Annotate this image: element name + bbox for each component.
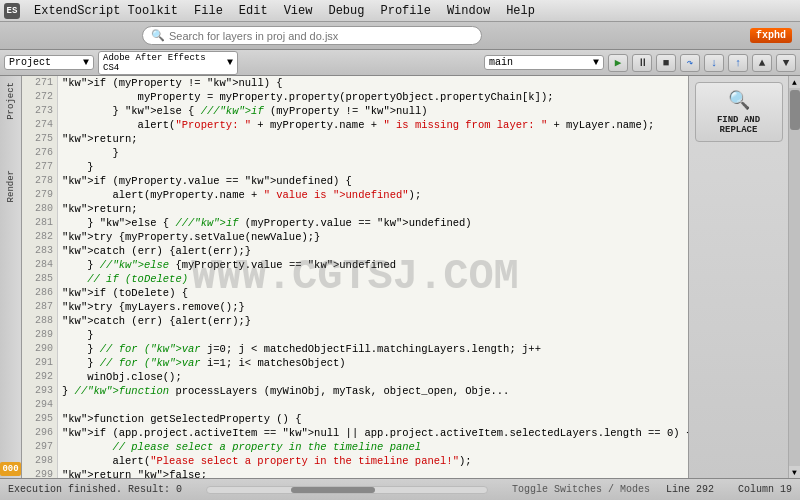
code-line-296: "kw">if (app.project.activeItem == "kw">… (62, 426, 684, 440)
menu-file[interactable]: File (186, 2, 231, 20)
find-replace-button[interactable]: 🔍 FIND AND REPLACE (695, 82, 783, 142)
search-input[interactable] (169, 30, 449, 42)
code-line-279: alert(myProperty.name + " value is ">und… (62, 188, 684, 202)
scroll-up-arrow[interactable]: ▲ (789, 76, 801, 88)
main-dropdown[interactable]: main ▼ (484, 55, 604, 70)
code-line-278: "kw">if (myProperty.value == "kw">undefi… (62, 174, 684, 188)
menu-debug[interactable]: Debug (320, 2, 372, 20)
code-line-275: "kw">return; (62, 132, 684, 146)
line-info: Line 292 (666, 484, 714, 495)
search-wrapper: 🔍 (142, 26, 482, 45)
code-line-283: "kw">catch (err) {alert(err);} (62, 244, 684, 258)
right-sidebar: 🔍 FIND AND REPLACE (688, 76, 788, 478)
code-line-294 (62, 398, 684, 412)
menu-view[interactable]: View (276, 2, 321, 20)
toggle-switches[interactable]: Toggle Switches / Modes (512, 484, 650, 495)
code-line-290: } // for ("kw">var j=0; j < matchedObjec… (62, 342, 684, 356)
code-line-299: "kw">return "kw">false; (62, 468, 684, 478)
search-bar: 🔍 fxphd (0, 22, 800, 50)
down-button[interactable]: ▼ (776, 54, 796, 72)
up-button[interactable]: ▲ (752, 54, 772, 72)
code-line-288: "kw">catch (err) {alert(err);} (62, 314, 684, 328)
code-line-273: } "kw">else { ///"kw">if (myProperty != … (62, 104, 684, 118)
code-line-295: "kw">function getSelectedProperty () { (62, 412, 684, 426)
horizontal-scroll-thumb[interactable] (291, 487, 375, 493)
ae-chevron: ▼ (227, 57, 233, 68)
toolbar: Project ▼ Adobe After Effects CS4 ▼ main… (0, 50, 800, 76)
menu-edit[interactable]: Edit (231, 2, 276, 20)
code-line-292: winObj.close(); (62, 370, 684, 384)
code-line-280: "kw">return; (62, 202, 684, 216)
code-line-277: } (62, 160, 684, 174)
pause-button[interactable]: ⏸ (632, 54, 652, 72)
menu-extendscript[interactable]: ExtendScript Toolkit (26, 2, 186, 20)
binoculars-icon: 🔍 (728, 89, 750, 111)
menu-profile[interactable]: Profile (372, 2, 438, 20)
scroll-thumb[interactable] (790, 90, 800, 130)
code-line-287: "kw">try {myLayers.remove();} (62, 300, 684, 314)
menu-help[interactable]: Help (498, 2, 543, 20)
execution-status: Execution finished. Result: 0 (8, 484, 182, 495)
right-scrollbar[interactable]: ▲ ▼ (788, 76, 800, 478)
menu-window[interactable]: Window (439, 2, 498, 20)
project-label: Project (9, 57, 51, 68)
line-numbers: 2712722732742752762772782792802812822832… (22, 76, 58, 478)
main-layout: Project Render 000 WWW.CGTSJ.COM 2712722… (0, 76, 800, 478)
column-info: Column 19 (738, 484, 792, 495)
scroll-down-arrow[interactable]: ▼ (789, 466, 801, 478)
code-line-297: // please select a property in the timel… (62, 440, 684, 454)
step-into-button[interactable]: ↓ (704, 54, 724, 72)
code-line-285: // if (toDelete) (62, 272, 684, 286)
step-over-button[interactable]: ↷ (680, 54, 700, 72)
sidebar-item-000: 000 (0, 462, 20, 476)
project-dropdown[interactable]: Project ▼ (4, 55, 94, 70)
stop-button[interactable]: ■ (656, 54, 676, 72)
code-line-282: "kw">try {myProperty.setValue(newValue);… (62, 230, 684, 244)
code-content[interactable]: "kw">if (myProperty != "kw">null) { myPr… (58, 76, 688, 478)
find-replace-label: FIND AND REPLACE (700, 115, 778, 135)
status-bar: Execution finished. Result: 0 Toggle Swi… (0, 478, 800, 500)
sidebar-item-project[interactable]: Project (4, 78, 18, 124)
ae-label: Adobe After Effects CS4 (103, 53, 227, 73)
code-line-272: myProperty = myProperty.property(propert… (62, 90, 684, 104)
main-chevron: ▼ (593, 57, 599, 68)
code-line-271: "kw">if (myProperty != "kw">null) { (62, 76, 684, 90)
code-line-291: } // for ("kw">var i=1; i< matchesObject… (62, 356, 684, 370)
main-label: main (489, 57, 513, 68)
project-chevron: ▼ (83, 57, 89, 68)
code-line-276: } (62, 146, 684, 160)
menu-bar: ES ExtendScript Toolkit File Edit View D… (0, 0, 800, 22)
000-badge: 000 (0, 462, 20, 476)
code-line-298: alert("Please select a property in the t… (62, 454, 684, 468)
code-line-293: } //"kw">function processLayers (myWinOb… (62, 384, 684, 398)
ae-dropdown[interactable]: Adobe After Effects CS4 ▼ (98, 51, 238, 75)
code-line-286: "kw">if (toDelete) { (62, 286, 684, 300)
code-editor[interactable]: WWW.CGTSJ.COM 27127227327427527627727827… (22, 76, 688, 478)
fxphd-badge: fxphd (750, 28, 792, 43)
search-icon: 🔍 (151, 29, 165, 42)
line-col-info: Line 292 Column 19 (666, 484, 792, 495)
sidebar-item-render[interactable]: Render (4, 166, 18, 206)
code-line-284: } //"kw">else {myProperty.value == "kw">… (62, 258, 684, 272)
bottom-scrollbar[interactable] (206, 486, 488, 494)
app-icon: ES (4, 3, 20, 19)
code-line-274: alert("Property: " + myProperty.name + "… (62, 118, 684, 132)
play-button[interactable]: ▶ (608, 54, 628, 72)
code-line-281: } "kw">else { ///"kw">if (myProperty.val… (62, 216, 684, 230)
left-sidebar: Project Render 000 (0, 76, 22, 478)
step-out-button[interactable]: ↑ (728, 54, 748, 72)
code-line-289: } (62, 328, 684, 342)
